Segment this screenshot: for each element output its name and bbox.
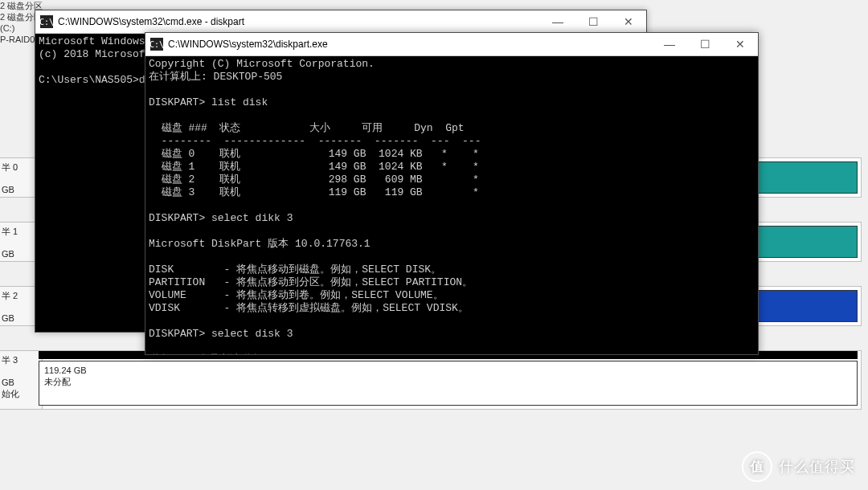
region-size: 119.24 GB [44, 365, 87, 375]
watermark: 值 什么值得买 [742, 451, 855, 482]
diskpart-title-text: C:\WINDOWS\system32\diskpart.exe [168, 39, 652, 50]
diskpart-window[interactable]: C:\ C:\WINDOWS\system32\diskpart.exe — ☐… [145, 32, 759, 355]
region-state: 未分配 [44, 377, 71, 386]
cmd-title-text: C:\WINDOWS\system32\cmd.exe - diskpart [58, 16, 540, 27]
cmd-icon: C:\ [40, 15, 53, 28]
cmd-titlebar[interactable]: C:\ C:\WINDOWS\system32\cmd.exe - diskpa… [35, 10, 646, 34]
unallocated-region[interactable]: 119.24 GB 未分配 [39, 361, 858, 406]
watermark-badge-icon: 值 [742, 451, 772, 482]
disk-row-3[interactable]: 半 3 GB 始化 119.24 GB 未分配 [0, 350, 862, 410]
close-button[interactable]: ✕ [611, 10, 646, 33]
maximize-button[interactable]: ☐ [575, 10, 611, 33]
diskpart-titlebar[interactable]: C:\ C:\WINDOWS\system32\diskpart.exe — ☐… [145, 33, 758, 56]
minimize-button[interactable]: — [652, 33, 687, 55]
watermark-text: 什么值得买 [779, 457, 855, 476]
minimize-button[interactable]: — [540, 10, 575, 33]
maximize-button[interactable]: ☐ [687, 33, 723, 55]
diskpart-output[interactable]: Copyright (C) Microsoft Corporation. 在计算… [145, 56, 758, 354]
disk-row-label: 半 3 GB 始化 [0, 351, 43, 409]
close-button[interactable]: ✕ [723, 33, 758, 55]
diskpart-icon: C:\ [150, 38, 163, 51]
